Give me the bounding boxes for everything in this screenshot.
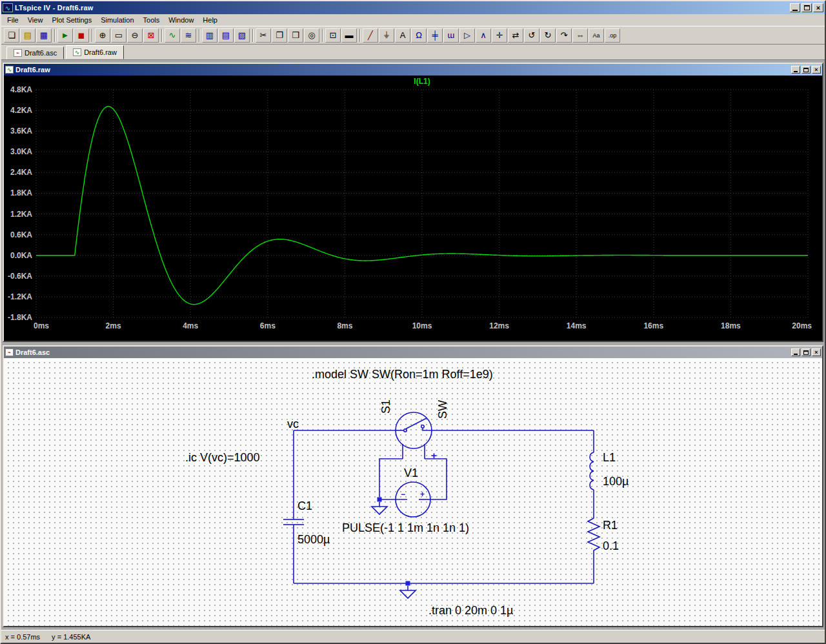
- text-icon: Aa: [592, 32, 599, 39]
- r1-ref-label[interactable]: R1: [603, 519, 618, 532]
- diode-button[interactable]: ▷: [459, 28, 475, 43]
- v1-ref-label[interactable]: V1: [404, 467, 418, 479]
- s1-value-label[interactable]: SW: [436, 400, 449, 419]
- r1-value-label[interactable]: 0.1: [603, 539, 619, 552]
- svg-text:4.8KA: 4.8KA: [10, 85, 32, 94]
- mdi-client-area: ∿ Draft6.raw × 0ms2ms4ms6ms8ms10ms12ms14…: [1, 60, 825, 630]
- schematic-canvas[interactable]: + + −: [4, 358, 822, 626]
- minimize-button[interactable]: [790, 3, 800, 12]
- maximize-button[interactable]: [801, 3, 812, 12]
- resistor-r1-symbol[interactable]: [588, 516, 599, 553]
- cascade-windows-button[interactable]: ▧: [234, 28, 250, 43]
- menu-item-plot-settings[interactable]: Plot Settings: [47, 15, 96, 25]
- capacitor-c1-symbol[interactable]: [283, 519, 304, 525]
- ground-symbol[interactable]: [372, 502, 387, 514]
- zoom-full-extents-icon: ⊠: [148, 30, 155, 40]
- c1-value-label[interactable]: 5000µ: [297, 533, 330, 546]
- move-button[interactable]: ✛: [492, 28, 507, 43]
- svg-text:12ms: 12ms: [489, 321, 509, 330]
- save-button[interactable]: ▦: [36, 28, 52, 43]
- tile-horizontal-icon: ▤: [222, 30, 230, 40]
- schematic-file-icon: ⌁: [14, 49, 22, 57]
- maximize-icon: [803, 350, 809, 355]
- menu-item-simulation[interactable]: Simulation: [96, 15, 138, 25]
- waveform-plot: 0ms2ms4ms6ms8ms10ms12ms14ms16ms18ms20ms4…: [4, 75, 822, 341]
- schematic-minimize-button[interactable]: [791, 348, 800, 356]
- plot-pane-button[interactable]: ∿: [165, 28, 180, 43]
- minimize-icon: [794, 354, 798, 355]
- net-label-button[interactable]: A: [395, 28, 410, 43]
- resistor-button[interactable]: Ω: [411, 28, 427, 43]
- switch-s1-symbol[interactable]: +: [396, 412, 437, 461]
- menu-item-view[interactable]: View: [23, 15, 48, 25]
- find-button[interactable]: ◎: [304, 28, 319, 43]
- tile-vertical-button[interactable]: ▥: [202, 28, 217, 43]
- spice-directive-button[interactable]: .op: [605, 28, 620, 43]
- copy-button[interactable]: ❐: [272, 28, 287, 43]
- halt-button[interactable]: ◼: [74, 28, 89, 43]
- close-button[interactable]: ×: [813, 3, 823, 12]
- schematic-maximize-button[interactable]: [801, 348, 811, 356]
- plot-settings-icon: ≋: [185, 30, 192, 40]
- print-button[interactable]: ▬: [341, 28, 357, 43]
- svg-text:3.0KA: 3.0KA: [10, 147, 32, 156]
- waveform-minimize-button[interactable]: [791, 66, 800, 74]
- svg-text:6ms: 6ms: [260, 321, 276, 330]
- cut-button[interactable]: ✂: [256, 28, 271, 43]
- wire-icon: ╱: [368, 30, 373, 40]
- drag-button[interactable]: ⇄: [508, 28, 523, 43]
- maximize-icon: [804, 5, 810, 10]
- s1-ref-label[interactable]: S1: [379, 399, 392, 414]
- c1-ref-label[interactable]: C1: [297, 499, 312, 512]
- l1-value-label[interactable]: 100µ: [603, 475, 629, 488]
- waveform-restore-button[interactable]: [801, 66, 811, 74]
- new-schematic-button[interactable]: ❏: [4, 28, 19, 43]
- mirror-button[interactable]: ⇔: [572, 28, 588, 43]
- ground-symbol[interactable]: [400, 586, 416, 598]
- v1-value-label[interactable]: PULSE(-1 1 1m 1n 1n 1): [342, 521, 469, 534]
- svg-text:1.8KA: 1.8KA: [10, 188, 32, 197]
- schematic-window-title-bar[interactable]: ⌁ Draft6.asc ×: [4, 347, 822, 358]
- rotate-button[interactable]: ↷: [556, 28, 572, 43]
- paste-button[interactable]: ❒: [288, 28, 303, 43]
- plot-settings-button[interactable]: ≋: [181, 28, 196, 43]
- text-button[interactable]: Aa: [589, 28, 604, 43]
- svg-text:4ms: 4ms: [183, 321, 198, 330]
- schematic-close-button[interactable]: ×: [812, 348, 821, 356]
- l1-ref-label[interactable]: L1: [603, 451, 616, 464]
- menu-item-file[interactable]: File: [3, 15, 23, 25]
- mirror-icon: ⇔: [576, 30, 585, 40]
- tran-directive-text[interactable]: .tran 0 20m 0 1µ: [428, 604, 513, 617]
- ic-directive-text[interactable]: .ic V(vc)=1000: [185, 451, 260, 464]
- waveform-window-title-bar[interactable]: ∿ Draft6.raw ×: [4, 64, 822, 75]
- tab-draft6-raw[interactable]: ∿ Draft6.raw: [66, 45, 124, 59]
- menu-item-window[interactable]: Window: [164, 15, 198, 25]
- tab-bar: ⌁ Draft6.asc ∿ Draft6.raw: [1, 45, 825, 60]
- menu-item-tools[interactable]: Tools: [139, 15, 165, 25]
- title-bar[interactable]: ∿ LTspice IV - Draft6.raw ×: [1, 1, 825, 14]
- open-button[interactable]: ▤: [20, 28, 35, 43]
- waveform-close-button[interactable]: ×: [812, 66, 821, 74]
- find-icon: ◎: [308, 30, 315, 40]
- inductor-button[interactable]: ɯ: [443, 28, 459, 43]
- print-preview-button[interactable]: ⊡: [325, 28, 341, 43]
- tab-draft6-asc[interactable]: ⌁ Draft6.asc: [6, 46, 64, 59]
- zoom-in-button[interactable]: ⊕: [95, 28, 110, 43]
- zoom-area-button[interactable]: ▭: [111, 28, 126, 43]
- svg-text:0.6KA: 0.6KA: [10, 230, 32, 239]
- net-label-vc[interactable]: vc: [287, 418, 299, 430]
- inductor-l1-symbol[interactable]: [590, 452, 594, 490]
- zoom-out-button[interactable]: ⊖: [127, 28, 143, 43]
- wire-button[interactable]: ╱: [363, 28, 378, 43]
- zoom-full-extents-button[interactable]: ⊠: [143, 28, 159, 43]
- run-button[interactable]: ►: [57, 28, 73, 43]
- tile-horizontal-button[interactable]: ▤: [218, 28, 234, 43]
- undo-button[interactable]: ↺: [524, 28, 539, 43]
- component-button[interactable]: ∧: [476, 28, 491, 43]
- menu-item-help[interactable]: Help: [198, 15, 222, 25]
- waveform-plot-area[interactable]: 0ms2ms4ms6ms8ms10ms12ms14ms16ms18ms20ms4…: [4, 75, 822, 341]
- redo-button[interactable]: ↻: [540, 28, 556, 43]
- model-directive-text[interactable]: .model SW SW(Ron=1m Roff=1e9): [312, 368, 493, 381]
- ground-button[interactable]: ⏚: [379, 28, 394, 43]
- capacitor-button[interactable]: ╪: [427, 28, 443, 43]
